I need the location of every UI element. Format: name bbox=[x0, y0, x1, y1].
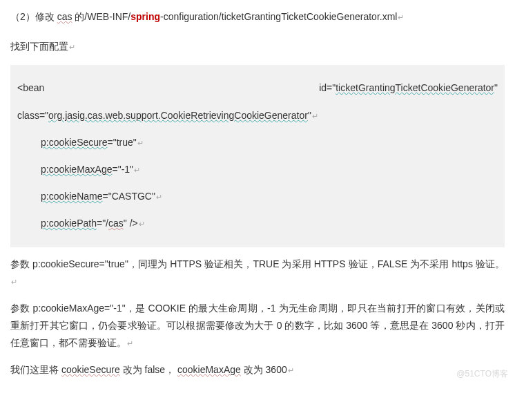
code-block: <bean id="ticketGrantingTicketCookieGene… bbox=[10, 65, 505, 247]
para-cookie-secure: 参数 p:cookieSecure="true"，同理为 HTTPS 验证相关，… bbox=[10, 256, 505, 290]
title-spring: spring bbox=[130, 11, 160, 22]
code-bean-tag: <bean bbox=[17, 75, 44, 102]
code-line-class: class="org.jasig.cas.web.support.CookieR… bbox=[17, 102, 498, 129]
title-mid: 的/WEB-INF/ bbox=[72, 11, 130, 22]
return-icon: ↵ bbox=[10, 278, 17, 286]
title-prefix: （2）修改 bbox=[10, 11, 57, 22]
code-id-value: ticketGrantingTicketCookieGenerator bbox=[336, 82, 494, 93]
return-icon: ↵ bbox=[397, 13, 404, 21]
watermark: @51CTO博客 bbox=[456, 367, 508, 382]
para4-w1: cookieSecure bbox=[61, 364, 120, 375]
return-icon: ↵ bbox=[155, 193, 162, 201]
code-line-bean: <bean id="ticketGrantingTicketCookieGene… bbox=[17, 75, 498, 102]
code-line-name: p:cookieName="CASTGC"↵ bbox=[17, 183, 498, 210]
para4-t1: 我们这里将 bbox=[10, 364, 61, 375]
return-icon: ↵ bbox=[287, 366, 294, 374]
return-icon: ↵ bbox=[68, 43, 75, 51]
code-line-secure: p:cookieSecure="true"↵ bbox=[17, 129, 498, 156]
return-icon: ↵ bbox=[311, 112, 318, 120]
title-line: （2）修改 cas 的/WEB-INF/spring-configuration… bbox=[10, 8, 505, 26]
para4-w2: cookieMaxAge bbox=[177, 364, 241, 375]
code-line-path: p:cookiePath="/cas" />↵ bbox=[17, 210, 498, 237]
title-cas: cas bbox=[57, 11, 72, 22]
code-line-maxage: p:cookieMaxAge="-1"↵ bbox=[17, 156, 498, 183]
para-summary: 我们这里将 cookieSecure 改为 false， cookieMaxAg… bbox=[10, 361, 505, 379]
para-cookie-maxage: 参数 p:cookieMaxAge="-1"，是 COOKIE 的最大生命周期，… bbox=[10, 300, 505, 352]
return-icon: ↵ bbox=[126, 339, 133, 347]
para1-text: 找到下面配置 bbox=[10, 41, 68, 52]
para3-text: 参数 p:cookieMaxAge="-1"，是 COOKIE 的最大生命周期，… bbox=[10, 303, 505, 348]
para4-t3: 改为 3600 bbox=[241, 364, 287, 375]
para2-text: 参数 p:cookieSecure="true"，同理为 HTTPS 验证相关，… bbox=[10, 258, 505, 269]
title-suffix: -configuration/ticketGrantingTicketCooki… bbox=[160, 11, 397, 22]
code-id-attr: id="ticketGrantingTicketCookieGenerator" bbox=[319, 75, 498, 102]
para4-t2: 改为 false， bbox=[120, 364, 177, 375]
return-icon: ↵ bbox=[133, 166, 140, 174]
return-icon: ↵ bbox=[138, 220, 145, 228]
para-find-config: 找到下面配置↵ bbox=[10, 38, 505, 55]
code-class-value: org.jasig.cas.web.support.CookieRetrievi… bbox=[48, 110, 308, 121]
return-icon: ↵ bbox=[137, 139, 144, 147]
